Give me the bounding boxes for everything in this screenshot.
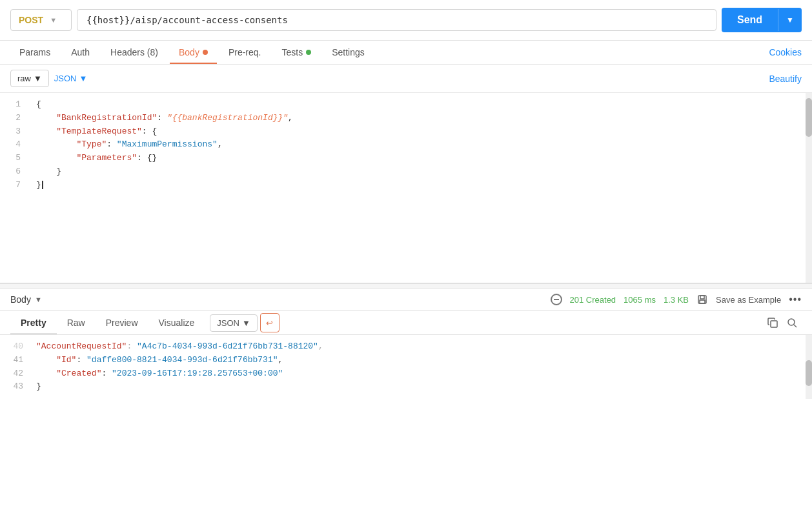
body-dot-icon bbox=[203, 50, 208, 55]
resp-json-label: JSON bbox=[217, 318, 239, 328]
code-line-1: { bbox=[31, 98, 812, 112]
status-code: 201 Created bbox=[570, 295, 616, 305]
json-format-select[interactable]: JSON ▼ bbox=[54, 74, 88, 83]
resp-tab-pretty[interactable]: Pretty bbox=[10, 311, 57, 334]
send-button[interactable]: Send ▼ bbox=[722, 8, 802, 32]
code-line-7: } bbox=[31, 179, 812, 192]
resp-json-select[interactable]: JSON ▼ bbox=[210, 314, 258, 332]
tab-params[interactable]: Params bbox=[10, 41, 59, 64]
response-code-lines[interactable]: "AccountRequestId": "A4c7b-4034-993d-6d2… bbox=[31, 335, 812, 399]
raw-label: raw bbox=[17, 74, 31, 83]
svg-rect-3 bbox=[771, 321, 777, 327]
tab-headers-label: Headers (8) bbox=[110, 47, 158, 57]
editor-scrollbar[interactable] bbox=[806, 93, 812, 283]
response-time: 1065 ms bbox=[624, 295, 656, 305]
copy-response-button[interactable] bbox=[763, 313, 782, 332]
resp-code-line-43: } bbox=[31, 380, 812, 394]
resp-code-line-41: "Id": "daffe800-8821-4034-993d-6d21f76bb… bbox=[31, 354, 812, 367]
save-as-example-button[interactable]: Save as Example bbox=[716, 295, 781, 305]
json-chevron-icon: ▼ bbox=[79, 74, 88, 83]
response-body-text: Body bbox=[10, 294, 31, 305]
raw-select[interactable]: raw ▼ bbox=[10, 70, 49, 87]
response-size: 1.3 KB bbox=[664, 295, 689, 305]
cookies-link[interactable]: Cookies bbox=[769, 41, 802, 64]
svg-rect-1 bbox=[700, 296, 704, 299]
resp-json-chevron-icon: ▼ bbox=[242, 318, 250, 328]
resp-code-line-42: "Created": "2023-09-16T17:19:28.257653+0… bbox=[31, 367, 812, 381]
editor-line-numbers: 1 2 3 4 5 6 7 bbox=[0, 93, 31, 283]
code-line-3: "TemplateRequest": { bbox=[31, 125, 812, 139]
tab-headers[interactable]: Headers (8) bbox=[101, 41, 167, 64]
code-line-6: } bbox=[31, 165, 812, 179]
tests-dot-icon bbox=[306, 50, 311, 55]
method-label: POST bbox=[19, 15, 43, 25]
response-tabs-bar: Pretty Raw Preview Visualize JSON ▼ ↩ bbox=[0, 311, 812, 335]
tab-settings-label: Settings bbox=[332, 47, 365, 57]
response-body-chevron-icon: ▼ bbox=[35, 296, 42, 303]
request-tabs-bar: Params Auth Headers (8) Body Pre-req. Te… bbox=[0, 41, 812, 65]
url-input[interactable] bbox=[77, 9, 716, 31]
tab-auth[interactable]: Auth bbox=[62, 41, 99, 64]
tab-prereq[interactable]: Pre-req. bbox=[219, 41, 270, 64]
code-line-4: "Type": "MaximumPermissions", bbox=[31, 138, 812, 152]
response-body-label[interactable]: Body ▼ bbox=[10, 294, 42, 305]
svg-line-5 bbox=[794, 325, 797, 327]
code-line-5: "Parameters": {} bbox=[31, 152, 812, 165]
resp-code-line-40: "AccountRequestId": "A4c7b-4034-993d-6d2… bbox=[31, 340, 812, 354]
editor-code-lines[interactable]: { "BankRegistrationId": "{{bankRegistrat… bbox=[31, 93, 812, 283]
raw-chevron-icon: ▼ bbox=[34, 74, 42, 83]
tab-tests-label: Tests bbox=[281, 47, 303, 57]
json-label: JSON bbox=[54, 74, 77, 83]
globe-icon bbox=[551, 294, 562, 305]
search-response-button[interactable] bbox=[782, 313, 802, 332]
beautify-button[interactable]: Beautify bbox=[769, 74, 802, 84]
editor-scrollbar-thumb[interactable] bbox=[806, 98, 812, 137]
resp-tab-visualize[interactable]: Visualize bbox=[148, 311, 205, 334]
method-chevron-icon: ▼ bbox=[50, 16, 57, 24]
tab-settings[interactable]: Settings bbox=[323, 41, 374, 64]
response-scrollbar-thumb[interactable] bbox=[806, 360, 812, 386]
method-select[interactable]: POST ▼ bbox=[10, 9, 72, 31]
response-line-numbers: 40 41 42 43 bbox=[0, 335, 31, 399]
resp-tab-raw[interactable]: Raw bbox=[57, 311, 96, 334]
panel-divider bbox=[0, 283, 812, 289]
resp-tab-preview[interactable]: Preview bbox=[96, 311, 148, 334]
tab-prereq-label: Pre-req. bbox=[228, 47, 261, 57]
url-bar: POST ▼ Send ▼ bbox=[0, 0, 812, 41]
response-code-area: 40 41 42 43 "AccountRequestId": "A4c7b-4… bbox=[0, 335, 812, 399]
save-icon bbox=[696, 294, 708, 305]
request-editor: 1 2 3 4 5 6 7 { "BankRegistrationId": "{… bbox=[0, 93, 812, 283]
svg-rect-2 bbox=[700, 300, 705, 303]
tab-tests[interactable]: Tests bbox=[272, 41, 320, 64]
tab-body[interactable]: Body bbox=[170, 41, 217, 64]
tab-params-label: Params bbox=[19, 47, 50, 57]
svg-point-4 bbox=[788, 319, 795, 325]
wrap-lines-button[interactable]: ↩ bbox=[260, 313, 279, 332]
tab-auth-label: Auth bbox=[71, 47, 90, 57]
send-chevron-icon: ▼ bbox=[778, 9, 802, 31]
code-line-2: "BankRegistrationId": "{{bankRegistratio… bbox=[31, 112, 812, 125]
more-options-button[interactable]: ••• bbox=[789, 294, 802, 305]
body-toolbar: raw ▼ JSON ▼ Beautify bbox=[0, 65, 812, 93]
send-label: Send bbox=[722, 8, 778, 32]
tab-body-label: Body bbox=[179, 47, 199, 57]
response-scrollbar[interactable] bbox=[806, 335, 812, 399]
response-status-bar: Body ▼ 201 Created 1065 ms 1.3 KB Save a… bbox=[0, 289, 812, 311]
